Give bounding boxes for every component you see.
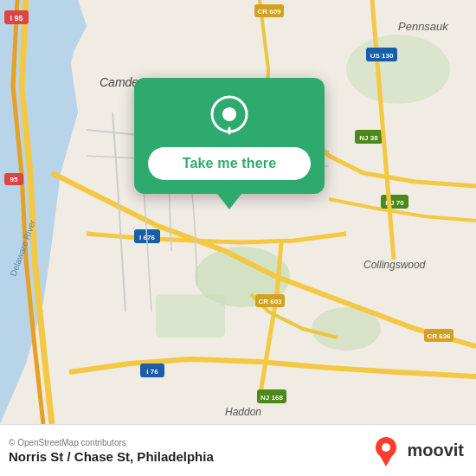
svg-point-6 (346, 35, 450, 104)
bottom-bar: © OpenStreetMap contributors Norris St /… (0, 424, 476, 476)
svg-marker-39 (379, 454, 393, 466)
svg-text:95: 95 (10, 176, 18, 183)
svg-text:CR 609: CR 609 (257, 8, 281, 16)
moovit-logo: moovit (370, 435, 464, 466)
svg-text:US 130: US 130 (370, 52, 394, 60)
location-name: Norris St / Chase St, Philadelphia (9, 449, 214, 464)
svg-text:Collingswood: Collingswood (363, 259, 426, 271)
popup-card: Take me there (134, 78, 325, 194)
map-background: I 95 95 I 676 I 76 NJ 168 NJ 38 NJ 70 US… (0, 0, 476, 424)
map-container: I 95 95 I 676 I 76 NJ 168 NJ 38 NJ 70 US… (0, 0, 476, 424)
location-pin-icon (209, 95, 250, 137)
svg-text:Camde: Camde (100, 75, 138, 89)
svg-point-36 (222, 107, 236, 121)
bottom-left-info: © OpenStreetMap contributors Norris St /… (9, 438, 214, 464)
moovit-icon (370, 435, 402, 466)
svg-text:Pennsauk: Pennsauk (398, 20, 449, 33)
svg-text:I 95: I 95 (10, 14, 23, 23)
svg-point-38 (382, 443, 390, 452)
moovit-text: moovit (407, 441, 464, 460)
svg-text:I 76: I 76 (146, 368, 158, 376)
svg-text:CR 603: CR 603 (258, 298, 282, 306)
svg-text:CR 636: CR 636 (427, 332, 451, 340)
take-me-there-button[interactable]: Take me there (148, 147, 311, 180)
svg-text:NJ 38: NJ 38 (359, 134, 378, 142)
attribution-text: © OpenStreetMap contributors (9, 438, 214, 447)
svg-text:NJ 168: NJ 168 (261, 394, 283, 402)
svg-rect-7 (156, 294, 225, 338)
svg-text:Haddon: Haddon (225, 406, 261, 418)
